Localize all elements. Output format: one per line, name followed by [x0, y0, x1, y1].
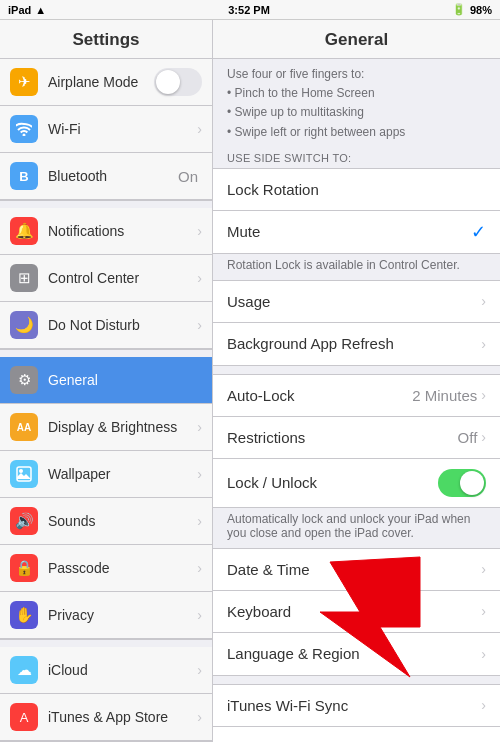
restrictions-chevron: › [481, 429, 486, 445]
top-info-block: Use four or five fingers to: • Pinch to … [213, 59, 500, 146]
itunes-label: iTunes & App Store [48, 709, 168, 725]
airplane-label: Airplane Mode [48, 74, 138, 90]
sidebar-item-privacy[interactable]: ✋ Privacy › [0, 592, 212, 639]
autolock-label: Auto-Lock [227, 387, 412, 404]
usage-row[interactable]: Usage › [213, 281, 500, 323]
date-group: Date & Time › Keyboard › Language & Regi… [213, 548, 500, 676]
passcode-chevron: › [197, 560, 202, 576]
wifi-icon: ▲ [35, 4, 46, 16]
itunes-wifi-label: iTunes Wi-Fi Sync [227, 697, 481, 714]
notif-chevron: › [197, 223, 202, 239]
restrictions-row[interactable]: Restrictions Off › [213, 417, 500, 459]
battery-percent: 98% [470, 4, 492, 16]
lock-unlock-row[interactable]: Lock / Unlock [213, 459, 500, 507]
sidebar-item-icloud[interactable]: ☁ iCloud › [0, 647, 212, 694]
autolock-value: 2 Minutes [412, 387, 477, 404]
bluetooth-icon: B [10, 162, 38, 190]
sidebar-item-airplane-mode[interactable]: ✈ Airplane Mode [0, 59, 212, 106]
lock-unlock-toggle[interactable] [438, 469, 486, 497]
sounds-icon: 🔊 [10, 507, 38, 535]
sidebar-item-control-center[interactable]: ⊞ Control Center › [0, 255, 212, 302]
wifi-chevron: › [197, 121, 202, 137]
restrictions-value: Off [458, 429, 478, 446]
passcode-icon: 🔒 [10, 554, 38, 582]
sidebar-item-sounds[interactable]: 🔊 Sounds › [0, 498, 212, 545]
usage-chevron: › [481, 293, 486, 309]
icloud-label: iCloud [48, 662, 88, 678]
privacy-label: Privacy [48, 607, 94, 623]
privacy-chevron: › [197, 607, 202, 623]
dnd-label: Do Not Disturb [48, 317, 140, 333]
sidebar: Settings ✈ Airplane Mode Wi-Fi › B Bluet… [0, 20, 213, 742]
lock-rotation-row[interactable]: Lock Rotation [213, 169, 500, 211]
privacy-icon: ✋ [10, 601, 38, 629]
time-display: 3:52 PM [228, 4, 270, 16]
top-info-item-2: • Swipe up to multitasking [227, 105, 364, 119]
wallpaper-chevron: › [197, 466, 202, 482]
itunes-wifi-row[interactable]: iTunes Wi-Fi Sync › [213, 685, 500, 727]
sidebar-item-passcode[interactable]: 🔒 Passcode › [0, 545, 212, 592]
display-label: Display & Brightness [48, 419, 177, 435]
sidebar-divider-1 [0, 200, 212, 208]
general-icon: ⚙ [10, 366, 38, 394]
wallpaper-icon [10, 460, 38, 488]
autolock-row[interactable]: Auto-Lock 2 Minutes › [213, 375, 500, 417]
background-app-row[interactable]: Background App Refresh › [213, 323, 500, 365]
sidebar-item-dnd[interactable]: 🌙 Do Not Disturb › [0, 302, 212, 349]
rotation-caption: Rotation Lock is available in Control Ce… [213, 254, 500, 280]
sidebar-item-wifi[interactable]: Wi-Fi › [0, 106, 212, 153]
top-info-label: Use four or five fingers to: [227, 67, 364, 81]
itunes-icon: A [10, 703, 38, 731]
language-row[interactable]: Language & Region › [213, 633, 500, 675]
itunes-chevron: › [197, 709, 202, 725]
airplane-toggle[interactable] [154, 68, 202, 96]
lock-rotation-label: Lock Rotation [227, 181, 486, 198]
autolock-chevron: › [481, 387, 486, 403]
sidebar-item-display[interactable]: AA Display & Brightness › [0, 404, 212, 451]
date-time-row[interactable]: Date & Time › [213, 549, 500, 591]
language-label: Language & Region [227, 645, 481, 662]
control-center-icon: ⊞ [10, 264, 38, 292]
wallpaper-label: Wallpaper [48, 466, 111, 482]
side-switch-group: Lock Rotation Mute ✓ [213, 168, 500, 254]
sounds-chevron: › [197, 513, 202, 529]
keyboard-label: Keyboard [227, 603, 481, 620]
icloud-icon: ☁ [10, 656, 38, 684]
lock-caption: Automatically lock and unlock your iPad … [213, 508, 500, 548]
svg-point-1 [19, 469, 23, 473]
display-chevron: › [197, 419, 202, 435]
sounds-label: Sounds [48, 513, 95, 529]
language-chevron: › [481, 646, 486, 662]
date-time-label: Date & Time [227, 561, 481, 578]
keyboard-row[interactable]: Keyboard › [213, 591, 500, 633]
spacer-2 [213, 676, 500, 684]
top-info-item-3: • Swipe left or right between apps [227, 125, 405, 139]
sidebar-item-general[interactable]: ⚙ General [0, 357, 212, 404]
restrictions-label: Restrictions [227, 429, 458, 446]
sidebar-item-bluetooth[interactable]: B Bluetooth On [0, 153, 212, 200]
vpn-row[interactable]: VPN Not Connected › [213, 727, 500, 742]
top-info-item-1: • Pinch to the Home Screen [227, 86, 375, 100]
control-center-label: Control Center [48, 270, 139, 286]
airplane-icon: ✈ [10, 68, 38, 96]
status-bar: iPad ▲ 3:52 PM 🔋 98% [0, 0, 500, 20]
ipad-label: iPad [8, 4, 31, 16]
mute-row[interactable]: Mute ✓ [213, 211, 500, 253]
mute-label: Mute [227, 223, 465, 240]
keyboard-chevron: › [481, 603, 486, 619]
sync-group: iTunes Wi-Fi Sync › VPN Not Connected › … [213, 684, 500, 742]
main-layout: Settings ✈ Airplane Mode Wi-Fi › B Bluet… [0, 20, 500, 742]
wifi-label: Wi-Fi [48, 121, 81, 137]
background-app-label: Background App Refresh [227, 335, 481, 352]
itunes-wifi-chevron: › [481, 697, 486, 713]
mute-checkmark: ✓ [471, 221, 486, 243]
usage-label: Usage [227, 293, 481, 310]
wifi-sidebar-icon [10, 115, 38, 143]
date-time-chevron: › [481, 561, 486, 577]
content-title: General [213, 20, 500, 59]
status-right: 🔋 98% [452, 3, 492, 16]
sidebar-item-notifications[interactable]: 🔔 Notifications › [0, 208, 212, 255]
sidebar-item-itunes[interactable]: A iTunes & App Store › [0, 694, 212, 741]
dnd-icon: 🌙 [10, 311, 38, 339]
sidebar-item-wallpaper[interactable]: Wallpaper › [0, 451, 212, 498]
